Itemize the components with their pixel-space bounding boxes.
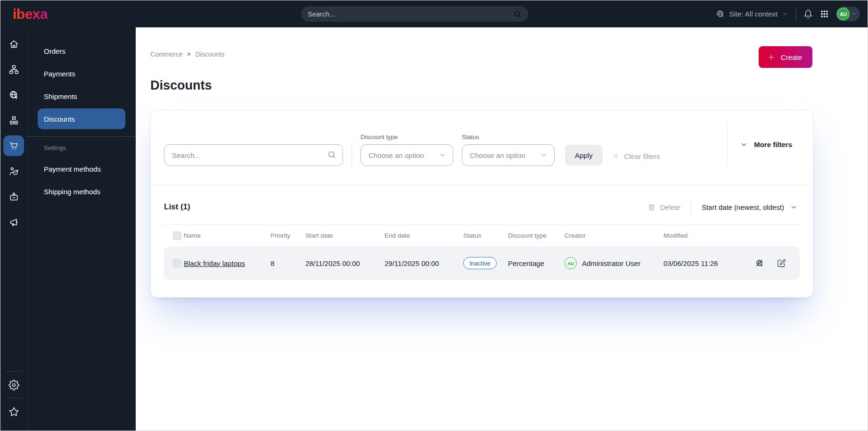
end-date-cell: 29/11/2025 00:00 — [385, 259, 463, 267]
app-body: Orders Payments Shipments Discounts Sett… — [0, 27, 868, 431]
select-all-checkbox[interactable] — [173, 232, 181, 240]
home-icon[interactable] — [3, 33, 24, 54]
menu-item-shipping-methods[interactable]: Shipping methods — [38, 181, 125, 202]
sort-select[interactable]: Start date (newest, oldest) — [702, 203, 800, 211]
nav-rail-bottom — [0, 368, 27, 422]
menu-item-label: Shipments — [44, 92, 77, 100]
column-header-priority: Priority — [270, 232, 305, 239]
page-title: Discounts — [150, 78, 812, 93]
commerce-cart-icon[interactable] — [3, 135, 24, 156]
status-badge: Inactive — [463, 257, 497, 269]
create-button-label: Create — [781, 53, 802, 61]
main-nav-rail — [0, 27, 27, 431]
menu-item-orders[interactable]: Orders — [38, 41, 125, 61]
divider — [5, 371, 23, 372]
menu-item-discounts[interactable]: Discounts — [38, 108, 125, 129]
notifications-bell-icon[interactable] — [803, 9, 813, 19]
topbar-divider — [796, 8, 796, 20]
chevron-down-icon — [851, 11, 857, 17]
divider — [352, 141, 352, 168]
jobs-badge-icon[interactable] — [3, 186, 24, 207]
discount-type-label: Discount type — [360, 133, 453, 141]
column-header-discount-type: Discount type — [508, 232, 565, 239]
status-value: Choose an option — [470, 151, 525, 159]
status-label: Status — [462, 133, 555, 141]
breadcrumb-discounts[interactable]: Discounts — [195, 50, 224, 58]
search-icon[interactable] — [327, 150, 336, 159]
menu-item-label: Orders — [44, 47, 66, 55]
global-search-input[interactable] — [308, 10, 513, 18]
chevron-down-icon — [790, 203, 798, 211]
divider — [27, 136, 136, 137]
filters-bar: Discount type Choose an option Status Ch… — [151, 110, 813, 184]
discount-type-value: Choose an option — [368, 151, 424, 159]
menu-section-settings: Settings — [44, 144, 119, 151]
delete-button-label: Delete — [660, 203, 680, 211]
column-header-creator: Creator — [565, 232, 663, 239]
menu-item-label: Shipping methods — [44, 188, 100, 196]
menu-item-label: Payment methods — [44, 165, 101, 173]
content-tree-icon[interactable] — [3, 59, 24, 80]
column-header-name: Name — [184, 232, 270, 239]
apply-button[interactable]: Apply — [565, 145, 603, 166]
menu-item-label: Payments — [44, 70, 75, 78]
table-header-row: Name Priority Start date End date Status… — [164, 224, 800, 247]
divider — [727, 123, 728, 166]
column-header-end-date: End date — [385, 232, 463, 239]
menu-item-payments[interactable]: Payments — [38, 63, 125, 84]
preview-disabled-icon[interactable] — [755, 258, 765, 268]
topbar-right: Site: All context AU — [716, 0, 860, 27]
site-globe-icon[interactable] — [3, 84, 24, 105]
priority-cell: 8 — [270, 259, 305, 267]
discount-type-cell: Percentage — [508, 259, 565, 267]
more-filters-button[interactable]: More filters — [740, 141, 792, 149]
delete-button[interactable]: Delete — [647, 203, 680, 211]
more-filters-label: More filters — [754, 141, 792, 149]
bookmarks-star-icon[interactable] — [3, 401, 24, 422]
clear-filters-label: Clear filters — [624, 152, 660, 160]
create-button[interactable]: Create — [759, 46, 812, 68]
marketing-megaphone-icon[interactable] — [3, 212, 24, 232]
user-menu[interactable]: AU — [836, 7, 860, 21]
creator-cell: AU Administrator User — [565, 257, 663, 269]
apps-grid-icon[interactable] — [820, 9, 829, 18]
filter-search-input[interactable] — [164, 144, 343, 166]
settings-gear-icon[interactable] — [3, 374, 24, 395]
creator-avatar: AU — [565, 257, 577, 269]
menu-item-shipments[interactable]: Shipments — [38, 86, 125, 107]
personalization-icon[interactable] — [3, 161, 24, 182]
filter-search — [164, 144, 343, 166]
menu-item-payment-methods[interactable]: Payment methods — [38, 158, 125, 179]
status-select[interactable]: Choose an option — [462, 144, 555, 166]
discount-type-select[interactable]: Choose an option — [360, 144, 453, 166]
globe-icon — [716, 9, 725, 18]
commerce-menu: Orders Payments Shipments Discounts Sett… — [27, 27, 136, 431]
products-icon[interactable] — [3, 110, 24, 131]
app-window: ibexa Site: All context — [0, 0, 868, 431]
edit-icon[interactable] — [777, 258, 786, 268]
search-icon[interactable] — [513, 10, 522, 18]
modified-cell: 03/06/2025 11:26 — [663, 259, 748, 267]
table-row: Black friday laptops 8 28/11/2025 00:00 … — [164, 247, 800, 280]
breadcrumb-commerce[interactable]: Commerce — [150, 50, 182, 58]
sort-select-value: Start date (newest, oldest) — [702, 203, 784, 211]
main-content: Commerce > Discounts Create Discounts — [136, 27, 868, 431]
list-section: List (1) Delete Start date (newest, olde… — [151, 184, 813, 297]
site-context-switcher[interactable]: Site: All context — [716, 9, 789, 18]
row-checkbox[interactable] — [173, 259, 181, 267]
column-header-modified: Modified — [663, 232, 748, 239]
chevron-down-icon — [540, 151, 548, 159]
discount-name-link[interactable]: Black friday laptops — [184, 259, 245, 267]
column-header-status: Status — [463, 232, 508, 239]
ibexa-logo[interactable]: ibexa — [13, 6, 48, 22]
chevron-down-icon — [740, 141, 748, 149]
global-search — [301, 6, 528, 22]
site-context-label: Site: All context — [729, 10, 778, 18]
clear-filters-button[interactable]: Clear filters — [612, 152, 660, 160]
breadcrumb-separator: > — [187, 51, 190, 58]
divider — [5, 398, 23, 398]
breadcrumb: Commerce > Discounts — [150, 46, 224, 58]
discounts-table: Name Priority Start date End date Status… — [164, 224, 800, 280]
creator-name: Administrator User — [582, 259, 640, 267]
menu-item-label: Discounts — [44, 115, 75, 123]
